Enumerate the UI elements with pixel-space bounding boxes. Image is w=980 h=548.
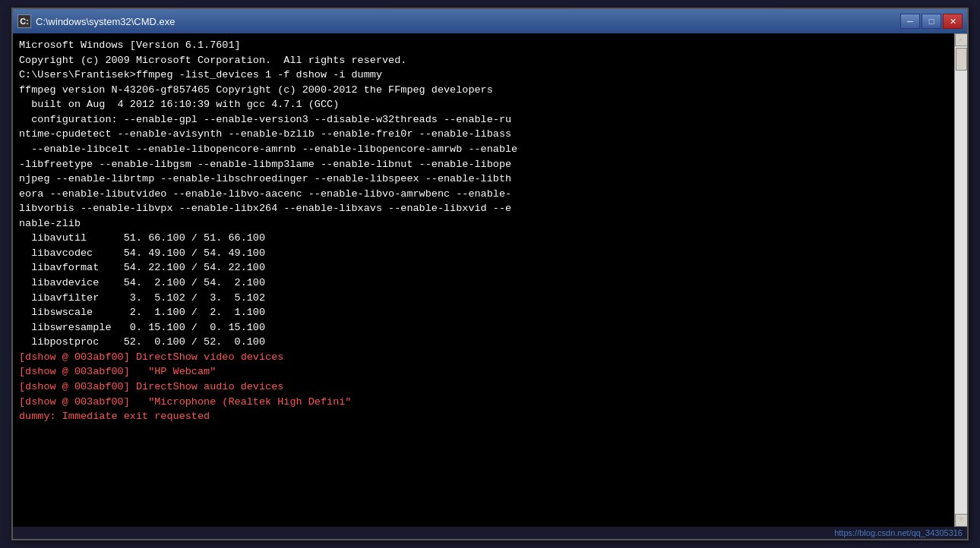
terminal-line: [dshow @ 003abf00] "HP Webcam": [19, 364, 946, 380]
title-bar-left: C: C:\windows\system32\CMD.exe: [17, 14, 175, 28]
title-bar-buttons: ─ □ ✕: [900, 14, 963, 29]
terminal-line: njpeg --enable-librtmp --enable-libschro…: [19, 172, 946, 187]
cmd-icon: C:: [17, 14, 31, 28]
terminal-line: libavdevice 54. 2.100 / 54. 2.100: [19, 276, 946, 291]
watermark: https://blog.csdn.net/qq_34305316: [13, 527, 967, 539]
terminal-line: [dshow @ 003abf00] DirectShow video devi…: [19, 350, 946, 365]
close-button[interactable]: ✕: [943, 14, 963, 29]
window-title: C:\windows\system32\CMD.exe: [36, 16, 175, 27]
terminal-line: libavformat 54. 22.100 / 54. 22.100: [19, 260, 946, 276]
terminal-line: libswscale 2. 1.100 / 2. 1.100: [19, 305, 946, 320]
scroll-track[interactable]: [955, 46, 967, 514]
title-bar: C: C:\windows\system32\CMD.exe ─ □ ✕: [13, 9, 967, 33]
terminal-line: -libfreetype --enable-libgsm --enable-li…: [19, 157, 946, 172]
scrollbar[interactable]: ▲ ▼: [954, 33, 967, 527]
scroll-thumb[interactable]: [956, 48, 967, 71]
terminal-line: libavutil 51. 66.100 / 51. 66.100: [19, 231, 946, 246]
terminal-line: [dshow @ 003abf00] DirectShow audio devi…: [19, 380, 946, 395]
terminal-line: Copyright (c) 2009 Microsoft Corporation…: [19, 53, 946, 68]
terminal-line: C:\Users\Frantisek>ffmpeg -list_devices …: [19, 68, 946, 83]
terminal-line: libpostproc 52. 0.100 / 52. 0.100: [19, 335, 946, 350]
terminal-line: eora --enable-libutvideo --enable-libvo-…: [19, 187, 946, 202]
scroll-down-arrow[interactable]: ▼: [955, 514, 968, 527]
terminal-line: nable-zlib: [19, 216, 946, 231]
terminal-line: libavfilter 3. 5.102 / 3. 5.102: [19, 291, 946, 306]
terminal-line: [dshow @ 003abf00] "Microphone (Realtek …: [19, 395, 946, 410]
cmd-window: C: C:\windows\system32\CMD.exe ─ □ ✕ Mic…: [11, 8, 969, 540]
terminal-line: built on Aug 4 2012 16:10:39 with gcc 4.…: [19, 97, 946, 112]
terminal-line: Microsoft Windows [Version 6.1.7601]: [19, 38, 946, 53]
terminal-line: libvorbis --enable-libvpx --enable-libx2…: [19, 201, 946, 216]
minimize-button[interactable]: ─: [900, 14, 920, 29]
terminal-line: configuration: --enable-gpl --enable-ver…: [19, 112, 946, 128]
terminal-line: ntime-cpudetect --enable-avisynth --enab…: [19, 127, 946, 142]
terminal-line: dummy: Immediate exit requested: [19, 409, 946, 424]
terminal-area: Microsoft Windows [Version 6.1.7601]Copy…: [13, 33, 967, 527]
terminal-content: Microsoft Windows [Version 6.1.7601]Copy…: [19, 38, 961, 424]
scroll-up-arrow[interactable]: ▲: [955, 33, 968, 46]
terminal-line: --enable-libcelt --enable-libopencore-am…: [19, 142, 946, 157]
terminal-line: libavcodec 54. 49.100 / 54. 49.100: [19, 246, 946, 261]
terminal-line: libswresample 0. 15.100 / 0. 15.100: [19, 320, 946, 335]
terminal-line: ffmpeg version N-43206-gf857465 Copyrigh…: [19, 83, 946, 98]
restore-button[interactable]: □: [922, 14, 941, 29]
